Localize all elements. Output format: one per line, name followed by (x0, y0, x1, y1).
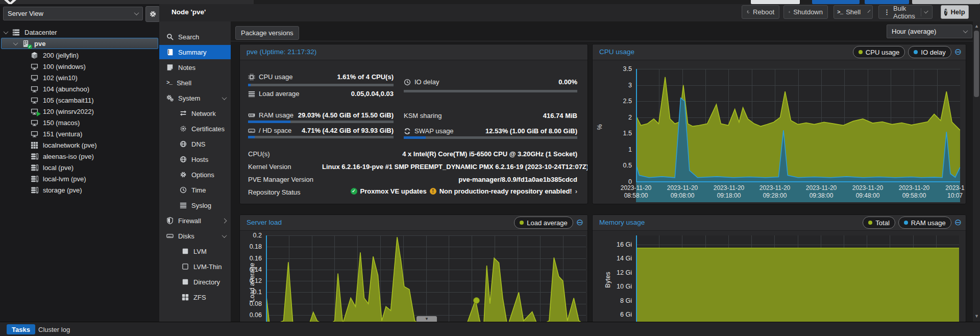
stat-value: 29.03% (4.50 GiB of 15.50 GiB) (240, 111, 394, 119)
y-axis-line (636, 235, 637, 323)
monitor-icon (31, 63, 38, 70)
legend-item-load-average[interactable]: Load average (514, 217, 573, 229)
stat-progress-bar (248, 121, 394, 123)
tree-expand-caret[interactable] (4, 29, 9, 34)
sidebar-item-syslog[interactable]: Syslog (159, 198, 231, 212)
cluster-log-button[interactable]: Cluster log (38, 326, 70, 333)
chart-panel-header: CPU usageCPU usageIO delay⊖ (593, 44, 966, 60)
collapse-panel-icon[interactable]: ⊖ (576, 217, 583, 228)
vertical-scrollbar[interactable]: ▲ ▼ (973, 21, 980, 322)
memory-chart-svg (636, 235, 959, 323)
sidebar-item-label: ZFS (193, 294, 206, 301)
sidebar-item-label: Summary (178, 49, 207, 56)
legend-dot-icon (859, 50, 863, 54)
tree-item-icon-wrap (31, 130, 38, 138)
top-strip (0, 0, 980, 4)
documentation-button-fragment[interactable] (751, 0, 800, 4)
view-selector[interactable]: Server View (3, 7, 143, 20)
chevron-right-icon[interactable]: › (575, 187, 577, 195)
timeframe-selector[interactable]: Hour (average) (887, 25, 972, 38)
timeframe-label: Hour (average) (892, 28, 964, 35)
tasks-button[interactable]: Tasks (7, 324, 35, 334)
chart-legend: CPU usageIO delay⊖ (853, 46, 962, 58)
button-label: Shell (846, 8, 861, 16)
shell-button[interactable]: >_Shell (834, 5, 873, 19)
node-header-bar: Node 'pve' RebootShutdown>_Shell⋮Bulk Ac… (159, 4, 980, 22)
sidebar-item-lvm[interactable]: LVM (159, 244, 231, 258)
legend-item-cpu-usage[interactable]: CPU usage (853, 46, 905, 58)
tree-expand-caret[interactable] (13, 40, 18, 45)
chart-legend: TotalRAM usage⊖ (863, 217, 962, 229)
grid9-icon (31, 141, 38, 149)
sidebar-item-certificates[interactable]: Certificates (159, 122, 231, 136)
sidebar-item-hosts[interactable]: Hosts (159, 152, 231, 166)
sidebar-item-system[interactable]: System (159, 91, 231, 105)
tree-item-datacenter[interactable]: Datacenter (1, 27, 161, 38)
sidebar-item-firewall[interactable]: Firewall (159, 213, 231, 228)
scrollbar-thumb[interactable] (974, 31, 979, 97)
sidebar-item-search[interactable]: Search (159, 30, 231, 44)
sidebar-item-zfs[interactable]: ZFS (159, 290, 231, 304)
sidebar-item-summary[interactable]: Summary (159, 45, 231, 59)
sidebar-item-disks[interactable]: Disks (159, 229, 231, 243)
create-ct-button-fragment[interactable] (865, 0, 909, 4)
running-status-icon (37, 111, 41, 116)
sidebar-item-label: DNS (191, 140, 205, 148)
chevron-down-icon[interactable] (222, 95, 227, 100)
y-axis-label: Bytes (604, 272, 611, 287)
legend-item-total[interactable]: Total (863, 217, 895, 229)
tree-item-icon-wrap (12, 29, 20, 36)
sidebar-item-directory[interactable]: Directory (159, 275, 231, 289)
sidebar-item-label: Hosts (191, 156, 208, 163)
tree-item-label: 100 (windows) (43, 63, 86, 70)
ellipsis-icon: ⋮ (884, 8, 890, 16)
reboot-button[interactable]: Reboot (742, 5, 779, 19)
info-label-pve-manager-version: PVE Manager Version (248, 176, 313, 183)
stat-progress-bar (248, 84, 394, 86)
tree-item-label: 120 (winsrv2022) (43, 108, 94, 115)
collapse-panel-icon[interactable]: ⊖ (954, 217, 962, 228)
y-axis-tick-label: 0.18 (239, 243, 262, 250)
sidebar-item-notes[interactable]: Notes (159, 60, 231, 75)
sidebar-item-time[interactable]: Time (159, 183, 231, 197)
chevron-right-icon[interactable] (222, 219, 227, 224)
bulk-actions-button[interactable]: ⋮Bulk Actions (878, 5, 933, 19)
tree-item-label: 151 (ventura) (43, 130, 82, 138)
y-axis-tick-label: 0.16 (239, 255, 262, 262)
tree-item-label: 150 (macos) (43, 119, 80, 127)
create-vm-button-fragment[interactable] (812, 0, 860, 4)
collapse-panel-icon[interactable]: ⊖ (954, 46, 962, 58)
x-axis-tick-label: 2023-11-2009:08:00 (661, 184, 704, 200)
info-label-repository-status: Repository Status (248, 188, 301, 196)
chart-title: Server load (247, 219, 282, 226)
sidebar-item-lvm-thin[interactable]: LVM-Thin (159, 259, 231, 274)
tree-item-icon-wrap (31, 63, 38, 70)
sidebar-item-network[interactable]: Network (159, 106, 231, 121)
arrows-icon (180, 110, 187, 117)
sidebar-item-options[interactable]: Options (159, 167, 231, 182)
legend-item-ram-usage[interactable]: RAM usage (898, 217, 951, 229)
x-axis-tick-label: 2023-11-2008:58:00 (615, 184, 657, 200)
x-axis-tick-label: 2023-11-2009:28:00 (753, 184, 796, 200)
scroll-down-arrow-icon[interactable]: ▼ (974, 314, 979, 319)
shutdown-button[interactable]: Shutdown (783, 5, 828, 19)
tree-item-label: aleenas-iso (pve) (43, 153, 94, 160)
package-versions-button[interactable]: Package versions (235, 26, 299, 40)
chevron-down-icon[interactable] (924, 9, 928, 13)
button-label: Help (950, 8, 965, 16)
stat-value: 0.05,0.04,0.03 (240, 90, 394, 98)
tree-item-pve[interactable]: ✓pve (1, 38, 158, 49)
legend-item-io-delay[interactable]: IO delay (908, 46, 951, 58)
sidebar-item-shell[interactable]: >_Shell (159, 76, 231, 90)
chevron-down-icon[interactable] (222, 233, 227, 238)
monitor-icon (31, 85, 38, 93)
tree-settings-button[interactable] (145, 6, 160, 22)
user-menu-fragment[interactable] (912, 0, 980, 4)
scroll-up-arrow-icon[interactable]: ▲ (974, 23, 979, 29)
help-button[interactable]: ?Help (941, 5, 969, 19)
chevron-down-icon[interactable] (868, 10, 871, 13)
sidebar-item-dns[interactable]: DNS (159, 137, 231, 151)
gears-icon (166, 94, 174, 102)
sidebar-item-label: Network (191, 110, 216, 117)
x-axis-line (636, 181, 960, 182)
